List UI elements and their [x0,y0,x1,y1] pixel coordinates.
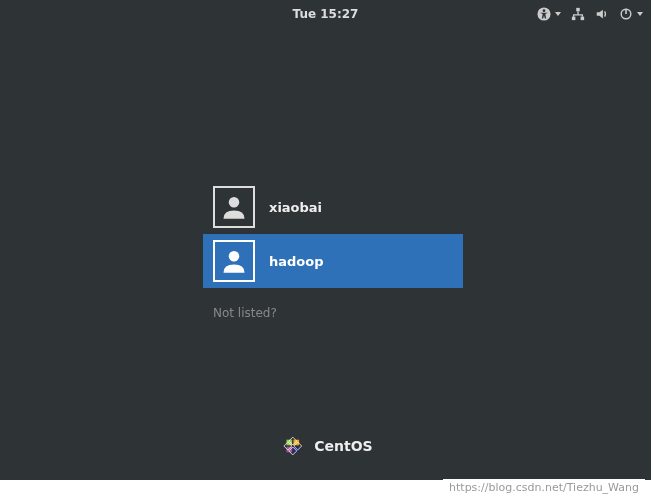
user-name-label: hadoop [269,254,324,269]
svg-rect-2 [576,8,580,12]
user-row-xiaobai[interactable]: xiaobai [203,180,463,234]
svg-point-1 [543,9,546,12]
chevron-down-icon [637,12,643,16]
accessibility-menu[interactable] [537,7,561,21]
os-name-label: CentOS [314,438,372,454]
network-icon [571,7,585,21]
clock: Tue 15:27 [293,7,359,21]
accessibility-icon [537,7,551,21]
svg-point-8 [229,251,240,262]
user-list: xiaobai hadoop Not listed? [203,180,463,320]
user-icon [220,247,248,275]
volume-icon [595,7,609,21]
system-status-area [537,0,643,28]
user-name-label: xiaobai [269,200,322,215]
user-icon [220,193,248,221]
svg-point-7 [229,197,240,208]
volume-menu[interactable] [595,7,609,21]
top-bar: Tue 15:27 [0,0,651,28]
avatar [213,186,255,228]
network-menu[interactable] [571,7,585,21]
power-icon [619,7,633,21]
centos-logo-icon [278,432,306,460]
svg-rect-4 [581,17,585,21]
not-listed-link[interactable]: Not listed? [213,306,463,320]
svg-rect-3 [572,17,576,21]
watermark: https://blog.csdn.net/Tiezhu_Wang [443,479,645,496]
os-branding: CentOS [278,432,372,460]
user-row-hadoop[interactable]: hadoop [203,234,463,288]
avatar [213,240,255,282]
power-menu[interactable] [619,7,643,21]
chevron-down-icon [555,12,561,16]
